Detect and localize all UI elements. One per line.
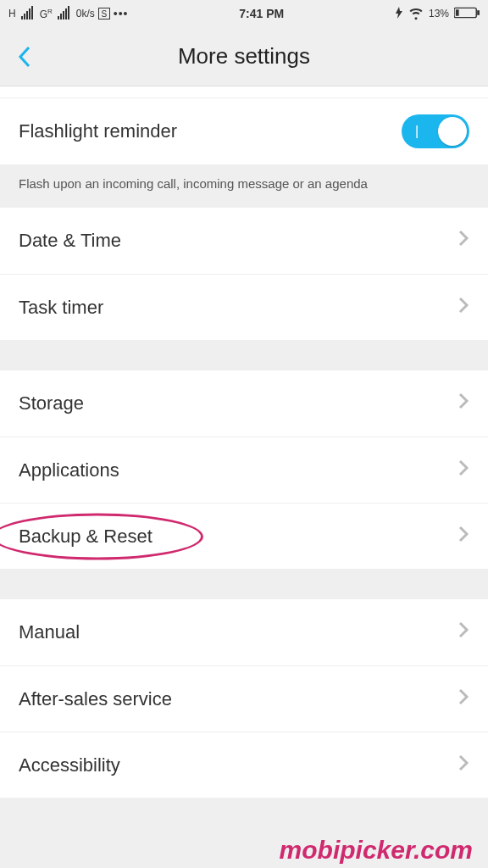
charging-icon: [395, 7, 403, 21]
status-left: H GR 0k/s S •••: [8, 7, 129, 20]
flashlight-description: Flash upon an incoming call, incoming me…: [0, 164, 488, 208]
status-bar: H GR 0k/s S ••• 7:41 PM 13%: [0, 0, 488, 27]
task-timer-label: Task timer: [19, 297, 103, 319]
back-button[interactable]: [0, 27, 51, 86]
chevron-right-icon: [458, 392, 469, 415]
back-chevron-icon: [17, 44, 34, 70]
watermark-text: mobipicker.com: [280, 836, 473, 865]
backup-reset-label: Backup & Reset: [19, 526, 152, 548]
chevron-right-icon: [458, 687, 469, 711]
chevron-right-icon: [458, 754, 469, 777]
flashlight-toggle[interactable]: |: [402, 114, 469, 148]
sim-box-icon: S: [98, 8, 110, 19]
chevron-right-icon: [458, 229, 469, 253]
truncated-row: [0, 86, 488, 98]
more-status-icon: •••: [114, 7, 129, 20]
flashlight-reminder-row[interactable]: Flashlight reminder |: [0, 98, 488, 164]
header-bar: More settings: [0, 27, 488, 86]
section-gap: [0, 569, 488, 599]
storage-label: Storage: [19, 392, 84, 415]
battery-percent: 13%: [429, 8, 449, 19]
battery-icon: [454, 7, 480, 21]
signal1-icon: [21, 8, 33, 19]
signal2-label: GR: [40, 8, 53, 20]
chevron-right-icon: [458, 525, 469, 548]
manual-label: Manual: [19, 621, 80, 643]
chevron-right-icon: [458, 459, 469, 482]
svg-rect-2: [477, 10, 480, 15]
section-gap: [0, 340, 488, 370]
after-sales-label: After-sales service: [19, 688, 172, 710]
applications-row[interactable]: Applications: [0, 437, 488, 503]
signal1-label: H: [8, 8, 16, 19]
manual-row[interactable]: Manual: [0, 599, 488, 665]
accessibility-label: Accessibility: [19, 754, 120, 776]
settings-content: Flashlight reminder | Flash upon an inco…: [0, 86, 488, 798]
status-right: 13%: [395, 5, 480, 23]
svg-marker-0: [396, 7, 402, 19]
svg-rect-3: [456, 9, 459, 16]
backup-reset-row[interactable]: Backup & Reset: [0, 503, 488, 569]
flashlight-reminder-label: Flashlight reminder: [19, 120, 177, 142]
toggle-on-indicator: |: [415, 124, 419, 139]
status-time: 7:41 PM: [239, 7, 284, 20]
data-speed: 0k/s: [76, 8, 95, 19]
date-time-row[interactable]: Date & Time: [0, 208, 488, 274]
chevron-right-icon: [458, 296, 469, 320]
date-time-label: Date & Time: [19, 230, 121, 252]
signal2-icon: [58, 8, 69, 19]
accessibility-row[interactable]: Accessibility: [0, 732, 488, 798]
applications-label: Applications: [19, 459, 119, 481]
storage-row[interactable]: Storage: [0, 370, 488, 437]
page-title: More settings: [0, 43, 488, 70]
toggle-knob-icon: [438, 117, 467, 146]
wifi-icon: [408, 5, 424, 23]
after-sales-row[interactable]: After-sales service: [0, 665, 488, 732]
task-timer-row[interactable]: Task timer: [0, 274, 488, 340]
chevron-right-icon: [458, 620, 469, 644]
